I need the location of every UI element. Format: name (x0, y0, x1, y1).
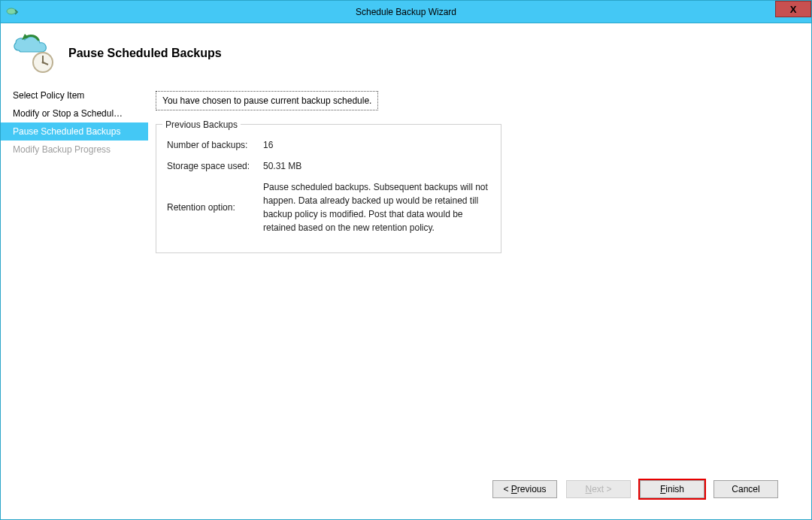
button-label: Cancel (732, 484, 759, 494)
value-number-of-backups: 16 (263, 138, 490, 152)
wizard-content: You have chosen to pause current backup … (148, 83, 811, 519)
previous-button[interactable]: < Previous (492, 480, 557, 498)
sidebar-item-label: Select Policy Item (13, 90, 84, 101)
wizard-steps-sidebar: Select Policy Item Modify or Stop a Sche… (1, 83, 148, 519)
button-label: < Previous (503, 484, 546, 494)
svg-point-0 (7, 8, 16, 14)
button-label: Finish (660, 484, 684, 494)
next-button: Next > (566, 480, 631, 498)
row-storage-used: Storage space used: 50.31 MB (167, 159, 490, 173)
label-storage-used: Storage space used: (167, 159, 263, 173)
sidebar-item-label: Modify or Stop a Schedul… (13, 108, 123, 119)
spacer (156, 253, 796, 467)
sidebar-item-select-policy[interactable]: Select Policy Item (1, 86, 148, 104)
finish-button[interactable]: Finish (640, 480, 704, 498)
page-title: Pause Scheduled Backups (68, 47, 222, 60)
button-label: Next > (585, 484, 611, 494)
svg-point-5 (42, 62, 44, 64)
sidebar-item-label: Pause Scheduled Backups (13, 126, 120, 137)
wizard-window: Schedule Backup Wizard X Pause Scheduled… (0, 0, 812, 520)
row-retention-option: Retention option: Pause scheduled backup… (167, 180, 490, 234)
row-number-of-backups: Number of backups: 16 (167, 138, 490, 152)
wizard-body: Select Policy Item Modify or Stop a Sche… (1, 83, 811, 519)
wizard-header: Pause Scheduled Backups (1, 23, 811, 83)
groupbox-title: Previous Backups (162, 118, 241, 132)
titlebar: Schedule Backup Wizard X (1, 1, 811, 23)
confirmation-text: You have chosen to pause current backup … (156, 91, 378, 110)
window-title: Schedule Backup Wizard (1, 7, 811, 17)
value-retention-option: Pause scheduled backups. Subsequent back… (263, 180, 490, 234)
cancel-button[interactable]: Cancel (714, 480, 778, 498)
sidebar-item-modify-progress: Modify Backup Progress (1, 141, 148, 159)
close-button[interactable]: X (775, 1, 811, 17)
label-number-of-backups: Number of backups: (167, 138, 263, 152)
sidebar-item-pause-backups[interactable]: Pause Scheduled Backups (1, 122, 148, 141)
sidebar-item-label: Modify Backup Progress (13, 144, 111, 155)
header-icon (10, 32, 55, 74)
previous-backups-group: Previous Backups Number of backups: 16 S… (156, 124, 501, 253)
wizard-buttons: < Previous Next > Finish Cancel (156, 467, 796, 512)
label-retention-option: Retention option: (167, 201, 263, 214)
close-icon: X (790, 4, 797, 15)
app-icon (5, 5, 20, 20)
sidebar-item-modify-stop[interactable]: Modify or Stop a Schedul… (1, 104, 148, 122)
value-storage-used: 50.31 MB (263, 159, 490, 173)
